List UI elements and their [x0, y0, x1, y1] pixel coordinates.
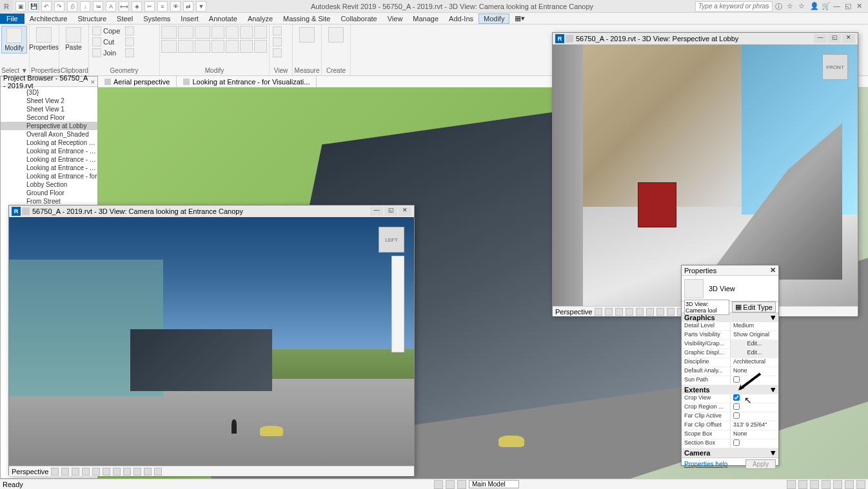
- view-tab-aerial[interactable]: Aerial perspective: [98, 76, 177, 87]
- qat-tag-icon[interactable]: ◈: [132, 1, 142, 12]
- unpin-icon[interactable]: [226, 40, 239, 53]
- main-model-dropdown[interactable]: Main Model: [469, 480, 519, 488]
- edit-type-button[interactable]: ▦Edit Type: [732, 302, 776, 312]
- info-center-icon[interactable]: ⓘ: [775, 2, 784, 11]
- visual-style-icon[interactable]: [51, 468, 59, 475]
- view-cube[interactable]: FRONT: [822, 54, 848, 80]
- prop-row-parts-visibility[interactable]: Parts VisibilityShow Original: [682, 331, 778, 340]
- pin-icon[interactable]: [212, 40, 224, 53]
- paste-button[interactable]: Paste: [61, 26, 86, 52]
- floating1-minimize-icon[interactable]: —: [370, 207, 383, 216]
- menu-structure[interactable]: Structure: [72, 14, 112, 24]
- properties-close-icon[interactable]: ✕: [770, 266, 776, 274]
- sun-icon[interactable]: [61, 468, 69, 475]
- tree-item-entrance-sha1[interactable]: Looking at Entrance - Sha: [1, 147, 97, 155]
- view-tab-entrance[interactable]: Looking at Entrance - for Visualizati...: [177, 76, 317, 87]
- crop-view-checkbox[interactable]: [733, 394, 740, 401]
- select-pinned-icon[interactable]: [810, 480, 819, 489]
- prop-row-visibility-graphics[interactable]: Visibility/Grap...Edit...: [682, 340, 778, 349]
- floating2-titlebar[interactable]: R 56750_A - 2019.rvt - 3D View: Perspect…: [553, 33, 858, 44]
- type-selector-dropdown[interactable]: 3D View: Camera lool: [684, 300, 729, 315]
- qat-section-icon[interactable]: ✂: [144, 1, 155, 12]
- menu-analyze[interactable]: Analyze: [242, 14, 278, 24]
- qat-dimension-icon[interactable]: ⟷: [119, 1, 129, 12]
- section-box-checkbox[interactable]: [733, 439, 740, 446]
- temp-hide-icon[interactable]: [123, 468, 131, 475]
- apply-button[interactable]: Apply: [745, 459, 776, 469]
- reveal-icon[interactable]: [113, 468, 121, 475]
- cope-button[interactable]: Cope: [90, 26, 122, 36]
- menu-view[interactable]: View: [382, 14, 408, 24]
- qat-print-icon[interactable]: ⎙: [67, 1, 77, 12]
- properties-category-row[interactable]: 3D View: [682, 276, 778, 302]
- hide-icon[interactable]: [646, 308, 654, 316]
- design-options-icon[interactable]: [457, 480, 466, 489]
- qat-open-icon[interactable]: ▣: [15, 1, 26, 12]
- qat-redo-icon[interactable]: ↷: [54, 1, 64, 12]
- create-button[interactable]: [323, 26, 349, 44]
- star-icon[interactable]: ☆: [787, 2, 796, 11]
- render-icon[interactable]: [626, 308, 633, 316]
- prop-row-discipline[interactable]: DisciplineArchitectural: [682, 358, 778, 367]
- select-links-icon[interactable]: [787, 480, 796, 489]
- floating1-titlebar[interactable]: R 56750_A - 2019.rvt - 3D View: Camera l…: [9, 206, 414, 217]
- qat-save-icon[interactable]: 💾: [28, 1, 39, 12]
- worksets-icon[interactable]: [434, 480, 443, 489]
- menu-steel[interactable]: Steel: [112, 14, 138, 24]
- search-input[interactable]: [695, 1, 773, 12]
- hide-icon[interactable]: [103, 468, 110, 475]
- select-underlay-icon[interactable]: [798, 480, 807, 489]
- menu-add-ins[interactable]: Add-Ins: [444, 14, 478, 24]
- menu-annotate[interactable]: Annotate: [204, 14, 242, 24]
- user-icon[interactable]: 👤: [810, 2, 819, 11]
- menu-systems[interactable]: Systems: [138, 14, 175, 24]
- tree-item-entrance-for[interactable]: Looking at Entrance - for: [1, 172, 97, 180]
- prop-row-detail-level[interactable]: Detail LevelMedium: [682, 322, 778, 331]
- floating1-maximize-icon[interactable]: ◱: [384, 207, 397, 216]
- reveal-icon[interactable]: [656, 308, 664, 316]
- group-icon[interactable]: [254, 40, 267, 53]
- temp-hide-icon[interactable]: [667, 308, 675, 316]
- offset-icon[interactable]: [178, 26, 193, 39]
- floating2-minimize-icon[interactable]: —: [814, 34, 827, 43]
- rotate-icon[interactable]: [195, 40, 210, 53]
- tree-item-second-floor[interactable]: Second Floor: [1, 113, 97, 122]
- align-icon[interactable]: [161, 26, 177, 39]
- expand-icon[interactable]: ⯆: [771, 450, 776, 456]
- shadow-icon[interactable]: [72, 468, 79, 475]
- filter-icon[interactable]: [845, 480, 854, 489]
- view-tool3[interactable]: [271, 48, 284, 58]
- editable-icon[interactable]: [446, 480, 455, 489]
- measure-button[interactable]: [294, 26, 320, 44]
- geom-tool2[interactable]: [123, 37, 136, 47]
- floating2-maximize-icon[interactable]: ◱: [828, 34, 841, 43]
- qat-align-icon[interactable]: ≔: [93, 1, 103, 12]
- prop-group-graphics[interactable]: Graphics⯆: [682, 313, 778, 322]
- prop-row-far-clip-active[interactable]: Far Clip Active: [682, 412, 778, 421]
- tree-item-ground-floor[interactable]: Ground Floor: [1, 189, 97, 197]
- visual-style-icon[interactable]: [595, 308, 602, 316]
- menu-panel-toggle-icon[interactable]: ▦▾: [509, 13, 530, 24]
- tree-item-perspective-lobby[interactable]: Perspective at Lobby: [1, 122, 97, 130]
- copy-icon[interactable]: [178, 40, 193, 53]
- expand-icon[interactable]: ⯆: [771, 387, 776, 393]
- star2-icon[interactable]: ☆: [798, 2, 807, 11]
- menu-collaborate[interactable]: Collaborate: [335, 14, 382, 24]
- select-face-icon[interactable]: [822, 480, 831, 489]
- properties-help-link[interactable]: Properties help: [684, 461, 727, 468]
- prop-group-extents[interactable]: Extents⯆: [682, 385, 778, 394]
- cart-icon[interactable]: 🛒: [822, 2, 831, 11]
- expand-icon[interactable]: ⯆: [771, 315, 776, 321]
- properties-button[interactable]: Properties: [31, 26, 57, 52]
- tree-item-sheet2[interactable]: Sheet View 2: [1, 97, 97, 105]
- crop-region-checkbox[interactable]: [733, 403, 740, 410]
- view-tool1[interactable]: [271, 26, 284, 36]
- prop-row-crop-region[interactable]: Crop Region ...: [682, 403, 778, 412]
- shadow-icon[interactable]: [615, 308, 623, 316]
- background-icon[interactable]: [856, 480, 865, 489]
- prop-row-crop-view[interactable]: Crop View: [682, 394, 778, 403]
- menu-insert[interactable]: Insert: [175, 14, 204, 24]
- qat-thin-lines-icon[interactable]: ≡: [157, 1, 168, 12]
- menu-architecture[interactable]: Architecture: [25, 14, 73, 24]
- sun-icon[interactable]: [605, 308, 613, 316]
